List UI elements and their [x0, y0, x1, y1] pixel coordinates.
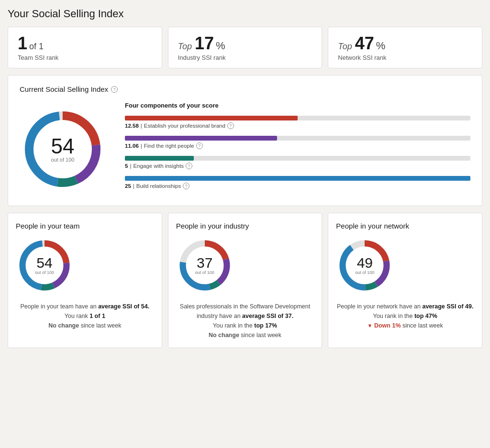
industry-change-label: No change: [209, 332, 239, 339]
component-relationships-label: 25 | Build relationships ?: [125, 183, 470, 189]
component-insights-text: Engage with insights: [133, 163, 183, 169]
ssi-components: Four components of your score 12.58 | Es…: [125, 102, 470, 196]
main-donut-score: 54 out of 100: [51, 136, 75, 163]
component-people-text: Find the right people: [144, 143, 194, 149]
main-score-sub: out of 100: [51, 157, 75, 163]
component-people-sep: |: [141, 143, 142, 149]
component-people: 11.06 | Find the right people ?: [125, 136, 470, 149]
industry-mini-donut-row: 37 out of 100: [176, 237, 314, 294]
network-mini-donut: 49 out of 100: [336, 237, 393, 294]
industry-avg-val: 37: [285, 313, 292, 319]
ssi-card-header: Current Social Selling Index ?: [20, 85, 470, 93]
component-brand-label: 12.58 | Establish your professional bran…: [125, 122, 470, 129]
page-title: Your Social Selling Index: [8, 8, 482, 20]
network-rank-line: Top 47 %: [338, 35, 472, 52]
component-people-score: 11.06: [125, 143, 139, 149]
components-title: Four components of your score: [125, 102, 470, 109]
component-people-bar-bg: [125, 136, 470, 141]
industry-rank-line: Top 17 %: [178, 35, 312, 52]
component-brand-text: Establish your professional brand: [144, 123, 225, 129]
component-brand-sep: |: [141, 123, 142, 129]
industry-mini-score: 37 out of 100: [195, 256, 214, 275]
current-ssi-card: Current Social Selling Index ? 54 out of…: [8, 75, 482, 206]
component-brand-bar-bg: [125, 116, 470, 120]
industry-pct-sign: %: [216, 40, 225, 52]
network-bottom-text: People in your network have an average S…: [336, 302, 474, 330]
top-cards-row: 1 of 1 Team SSI rank Top 17 % Industry S…: [8, 27, 482, 68]
industry-pct-num: 17: [195, 35, 214, 52]
component-insights-help[interactable]: ?: [186, 163, 192, 169]
component-relationships-help[interactable]: ?: [183, 183, 189, 189]
network-mini-donut-row: 49 out of 100: [336, 237, 474, 294]
team-mini-score: 54 out of 100: [35, 256, 54, 275]
network-pct-num: 47: [355, 35, 374, 52]
component-insights: 5 | Engage with insights ?: [125, 156, 470, 169]
team-bottom-text: People in your team have an average SSI …: [16, 302, 154, 330]
team-score-sub: out of 100: [35, 270, 54, 275]
team-bottom-title: People in your team: [16, 222, 154, 230]
team-rank-of: of 1: [29, 42, 44, 52]
component-people-label: 11.06 | Find the right people ?: [125, 142, 470, 149]
network-bottom-title: People in your network: [336, 222, 474, 230]
component-brand-score: 12.58: [125, 123, 139, 129]
industry-ssi-label: Industry SSI rank: [178, 54, 312, 61]
component-brand-help[interactable]: ?: [227, 122, 234, 129]
industry-score-num: 37: [195, 256, 214, 270]
network-down-icon: ▼: [368, 323, 373, 328]
network-score-num: 49: [355, 256, 374, 270]
network-top-label: Top: [338, 42, 352, 52]
network-mini-score: 49 out of 100: [355, 256, 374, 275]
main-donut-chart: 54 out of 100: [20, 106, 106, 192]
team-score-num: 54: [35, 256, 54, 270]
industry-mini-donut: 37 out of 100: [176, 237, 234, 294]
team-ssi-label: Team SSI rank: [18, 54, 152, 61]
network-score-sub: out of 100: [355, 270, 374, 275]
industry-score-sub: out of 100: [195, 270, 214, 275]
industry-ssi-card: Top 17 % Industry SSI rank: [168, 27, 323, 68]
team-ssi-card: 1 of 1 Team SSI rank: [8, 27, 162, 68]
network-bottom-card: People in your network 49 out of 100 Peo…: [328, 213, 482, 348]
team-bottom-card: People in your team 54 out of 100 People…: [8, 213, 162, 348]
network-ssi-card: Top 47 % Network SSI rank: [328, 27, 482, 68]
network-change-suffix: since last week: [402, 322, 443, 329]
ssi-help-icon[interactable]: ?: [111, 86, 118, 93]
network-ssi-label: Network SSI rank: [338, 54, 472, 61]
component-relationships-score: 25: [125, 183, 131, 189]
industry-bottom-text: Sales professionals in the Software Deve…: [176, 302, 314, 340]
component-brand: 12.58 | Establish your professional bran…: [125, 116, 470, 129]
component-people-help[interactable]: ?: [196, 142, 203, 149]
ssi-card-title: Current Social Selling Index: [20, 85, 108, 93]
component-relationships-text: Build relationships: [136, 183, 181, 189]
component-insights-sep: |: [130, 163, 131, 169]
team-rank-num: 1: [18, 35, 27, 52]
industry-bottom-card: People in your industry 37 out of 100 Sa…: [168, 213, 323, 348]
ssi-content: 54 out of 100 Four components of your sc…: [20, 102, 470, 196]
network-change-label: Down 1%: [374, 322, 401, 329]
component-relationships-bar-bg: [125, 176, 470, 181]
component-relationships-bar-fill: [125, 176, 470, 181]
team-mini-donut: 54 out of 100: [16, 237, 73, 294]
component-people-bar-fill: [125, 136, 277, 141]
bottom-cards-row: People in your team 54 out of 100 People…: [8, 213, 482, 348]
team-rank-line: 1 of 1: [18, 35, 152, 52]
main-score-num: 54: [51, 136, 75, 157]
team-change-label: No change: [48, 322, 79, 329]
component-brand-bar-fill: [125, 116, 298, 120]
network-avg-val: 49: [465, 303, 472, 310]
component-insights-bar-bg: [125, 156, 470, 161]
team-avg-val: 54: [141, 303, 148, 310]
component-insights-label: 5 | Engage with insights ?: [125, 163, 470, 169]
team-mini-donut-row: 54 out of 100: [16, 237, 154, 294]
component-relationships: 25 | Build relationships ?: [125, 176, 470, 189]
network-pct-sign: %: [376, 40, 386, 52]
component-insights-score: 5: [125, 163, 128, 169]
component-relationships-sep: |: [133, 183, 134, 189]
industry-top-label: Top: [178, 42, 192, 52]
industry-bottom-title: People in your industry: [176, 222, 314, 230]
component-insights-bar-fill: [125, 156, 194, 161]
